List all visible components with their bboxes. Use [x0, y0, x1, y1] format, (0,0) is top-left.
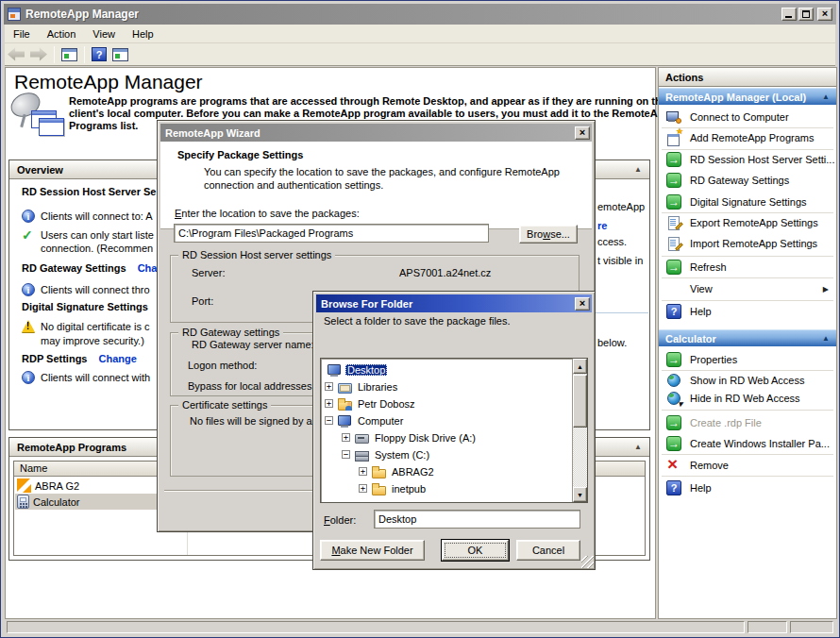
tree-item-system-c[interactable]: System (C:): [342, 446, 431, 462]
browse-instruction: Select a folder to save the package file…: [324, 315, 511, 327]
tree-item-desktop[interactable]: Desktop: [327, 361, 387, 378]
menu-action[interactable]: Action: [39, 26, 85, 42]
browse-close-button[interactable]: ×: [575, 297, 590, 311]
overview-fragment: emoteApp: [597, 201, 645, 212]
connect-computer-icon: [666, 109, 681, 125]
certificate-group-title: Certificate settings: [178, 399, 271, 411]
toolbar-separator: [84, 46, 85, 63]
session-group-title: RD Session Host server settings: [178, 249, 335, 260]
tree-scrollbar[interactable]: ▲ ▼: [572, 359, 587, 502]
overview-status-row: No digital certificate is c: [22, 320, 150, 332]
actions-section-calculator[interactable]: Calculator ▲: [659, 329, 836, 346]
folder-input[interactable]: [374, 510, 580, 529]
actions-header: Actions: [659, 68, 836, 87]
maximize-button[interactable]: [798, 8, 814, 21]
action-rd-gateway-settings[interactable]: RD Gateway Settings: [659, 171, 836, 190]
folder-icon: [371, 464, 386, 479]
tree-item-floppy[interactable]: Floppy Disk Drive (A:): [342, 429, 478, 445]
ok-button[interactable]: OK: [442, 540, 509, 561]
resize-grip[interactable]: [581, 556, 594, 568]
menu-file[interactable]: File: [5, 26, 39, 42]
action-export-settings[interactable]: Export RemoteApp Settings: [659, 213, 836, 232]
collapse-chevron-icon[interactable]: ▲: [822, 92, 830, 101]
refresh-icon: [666, 260, 681, 275]
collapse-chevron-icon[interactable]: ▲: [634, 443, 642, 451]
collapse-icon[interactable]: [342, 450, 350, 459]
scrollbar-thumb[interactable]: [573, 375, 587, 428]
browse-button[interactable]: Browse...: [519, 225, 578, 243]
action-view[interactable]: View ▶: [659, 279, 836, 298]
actions-section-remoteapp-manager[interactable]: RemoteApp Manager (Local) ▲: [659, 88, 836, 105]
menu-help[interactable]: Help: [124, 26, 162, 42]
expand-icon[interactable]: [359, 467, 367, 476]
change-link[interactable]: Change: [98, 353, 136, 364]
help-toolbar-icon[interactable]: ?: [92, 47, 107, 61]
overview-title: Overview: [17, 164, 63, 176]
tree-item-libraries[interactable]: Libraries: [325, 378, 399, 395]
action-remove[interactable]: Remove: [659, 456, 836, 475]
wizard-close-button[interactable]: ×: [575, 126, 590, 140]
console-tree-icon[interactable]: [61, 48, 77, 61]
overview-status-row: Clients will connect with: [22, 371, 150, 384]
info-icon: [22, 283, 35, 296]
scroll-up-icon[interactable]: ▲: [573, 359, 587, 374]
minimize-button[interactable]: [781, 8, 797, 21]
make-new-folder-button[interactable]: Make New Folder: [320, 540, 425, 561]
import-settings-icon: [666, 236, 681, 251]
overview-fragment: t visible in: [597, 255, 643, 266]
action-rd-session-host-settings[interactable]: RD Session Host Server Setti...: [659, 150, 836, 169]
description-line: Programs list.: [69, 120, 138, 131]
tree-item-computer[interactable]: Computer: [325, 412, 405, 428]
show-action-pane-icon[interactable]: [112, 48, 128, 61]
menu-view[interactable]: View: [84, 26, 124, 42]
forward-icon[interactable]: [30, 48, 47, 61]
folder-tree: Desktop Libraries Petr Dobosz Computer F: [320, 358, 588, 503]
back-icon[interactable]: [8, 48, 25, 61]
user-folder-icon: [337, 396, 352, 411]
location-input[interactable]: [174, 224, 489, 243]
expand-icon[interactable]: [325, 399, 333, 408]
toolbar: ?: [5, 43, 835, 66]
cancel-button[interactable]: Cancel: [516, 540, 580, 561]
action-create-windows-installer[interactable]: Create Windows Installer Pa...: [659, 434, 836, 453]
expand-icon[interactable]: [342, 433, 350, 442]
overview-status-row: may improve security.): [22, 335, 144, 346]
expand-icon[interactable]: [325, 382, 333, 391]
expand-icon[interactable]: [359, 484, 367, 493]
overview-fragment-link[interactable]: re: [597, 220, 607, 231]
minimize-icon: [785, 16, 792, 18]
action-help-calculator[interactable]: Help: [659, 478, 836, 497]
close-icon: ×: [818, 8, 832, 19]
action-import-settings[interactable]: Import RemoteApp Settings: [659, 234, 836, 253]
check-icon: ✓: [22, 228, 35, 242]
libraries-icon: [337, 379, 352, 395]
globe-icon: [666, 373, 681, 388]
action-hide-in-rd-web-access[interactable]: ▾ Hide in RD Web Access: [659, 389, 836, 408]
action-show-in-rd-web-access[interactable]: Show in RD Web Access: [659, 371, 836, 390]
tree-item-inetpub[interactable]: inetpub: [359, 480, 428, 496]
action-digital-signature-settings[interactable]: Digital Signature Settings: [659, 193, 836, 211]
info-icon: [22, 371, 35, 384]
tree-item-abrag2[interactable]: ABRAG2: [359, 463, 436, 479]
close-icon: ×: [576, 297, 589, 309]
action-help[interactable]: Help: [659, 302, 836, 321]
overview-heading: Digital Signature Settings: [22, 301, 148, 312]
overview-heading: RDP Settings Change: [22, 353, 137, 364]
action-properties[interactable]: Properties: [659, 350, 836, 369]
collapse-chevron-icon[interactable]: ▲: [822, 334, 830, 343]
close-button[interactable]: ×: [817, 8, 832, 21]
action-connect-to-computer[interactable]: Connect to Computer: [659, 108, 836, 126]
calculator-icon: [17, 495, 29, 509]
help-icon: [666, 480, 681, 495]
collapse-icon[interactable]: [325, 416, 333, 425]
collapse-chevron-icon[interactable]: ▲: [634, 165, 642, 174]
tree-item-user[interactable]: Petr Dobosz: [325, 395, 417, 411]
maximize-icon: [802, 10, 810, 18]
warning-icon: [22, 320, 35, 332]
floppy-drive-icon: [354, 430, 369, 445]
folder-label: Folder:: [324, 514, 356, 526]
scroll-down-icon[interactable]: ▼: [573, 487, 587, 502]
action-add-remoteapp-programs[interactable]: Add RemoteApp Programs: [659, 128, 836, 147]
action-refresh[interactable]: Refresh: [659, 258, 836, 277]
remoteapp-illustration-icon: [8, 92, 67, 141]
